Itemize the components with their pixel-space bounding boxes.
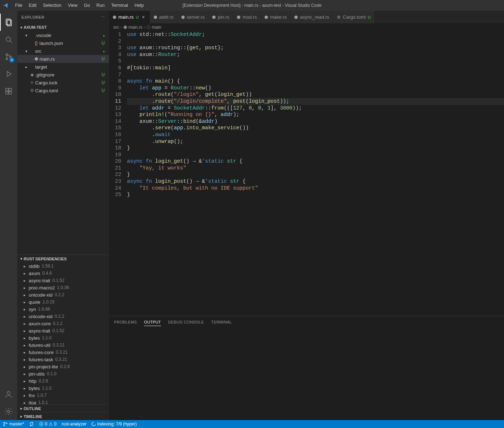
code-line-22[interactable]: } — [127, 171, 504, 178]
dep-syn[interactable]: ▸syn1.0.86 — [17, 306, 109, 313]
code[interactable]: use std::net::SocketAddr;use axum::routi… — [127, 31, 504, 316]
tab-Cargo.toml[interactable]: ⚙Cargo.tomlU — [333, 11, 375, 23]
project-section[interactable]: ▾AXUM-TEST — [17, 23, 109, 31]
file-launch.json[interactable]: {}launch.jsonU — [17, 39, 109, 47]
menu-file[interactable]: File — [12, 1, 25, 9]
lang-status[interactable]: rust-analyzer — [62, 422, 86, 427]
panel-tab-problems[interactable]: PROBLEMS — [114, 318, 137, 326]
code-line-9[interactable]: let app = Router::new() — [127, 85, 504, 92]
code-line-2[interactable] — [127, 38, 504, 45]
timeline-section[interactable]: ▸TIMELINE — [17, 412, 109, 420]
dep-fnv[interactable]: ▸fnv1.0.7 — [17, 392, 109, 399]
code-line-16[interactable]: .await — [127, 131, 504, 138]
menu-terminal[interactable]: Terminal — [108, 1, 131, 9]
file-icon: ⚙ — [29, 88, 35, 93]
code-line-8[interactable]: async fn main() { — [127, 78, 504, 85]
dep-bytes[interactable]: ▸bytes1.1.0 — [17, 334, 109, 341]
dep-futures-task[interactable]: ▸futures-task0.3.21 — [17, 356, 109, 363]
settings-icon[interactable] — [0, 403, 17, 420]
code-line-12[interactable]: let addr = SocketAddr::from(([127, 0, 0,… — [127, 105, 504, 112]
crumb-main[interactable]: ⬡main — [147, 25, 161, 30]
problems-status[interactable]: ⓧ0 ⚠0 — [39, 421, 56, 427]
tab-pin.rs[interactable]: ⬢pin.rs — [208, 11, 233, 23]
code-line-7[interactable] — [127, 71, 504, 78]
dep-unicode-xid[interactable]: ▸unicode-xid0.2.2 — [17, 291, 109, 298]
scm-icon[interactable]: 5 — [0, 48, 17, 65]
dep-axum-core[interactable]: ▸axum-core0.1.2 — [17, 320, 109, 327]
search-icon[interactable] — [0, 31, 17, 48]
dep-quote[interactable]: ▸quote1.0.15 — [17, 298, 109, 306]
tab-server.rs[interactable]: ⬢server.rs — [178, 11, 209, 23]
menu-selection[interactable]: Selection — [40, 1, 64, 9]
dep-futures-util[interactable]: ▸futures-util0.3.21 — [17, 341, 109, 349]
menu-edit[interactable]: Edit — [26, 1, 39, 9]
outline-section[interactable]: ▸OUTLINE — [17, 404, 109, 412]
panel-tab-debug-console[interactable]: DEBUG CONSOLE — [168, 318, 204, 326]
dep-http[interactable]: ▸http0.2.6 — [17, 377, 109, 385]
code-line-13[interactable]: println!("Running on {}", addr); — [127, 111, 504, 118]
code-line-21[interactable]: "Yay, it works" — [127, 165, 504, 172]
menu-view[interactable]: View — [65, 1, 80, 9]
close-icon[interactable]: × — [141, 14, 146, 20]
dep-pin-utils[interactable]: ▸pin-utils0.1.0 — [17, 370, 109, 377]
file-Cargo.toml[interactable]: ⚙Cargo.tomlU — [17, 87, 109, 94]
file-Cargo.lock[interactable]: ≡Cargo.lockU — [17, 79, 109, 87]
file-target[interactable]: ▸target — [17, 63, 109, 71]
editor[interactable]: 1234567891011121314151617181920212223242… — [109, 31, 504, 316]
code-line-18[interactable]: } — [127, 145, 504, 152]
code-line-20[interactable]: async fn login_get() → &'static str { — [127, 158, 504, 165]
file-.vscode[interactable]: ▾.vscode — [17, 31, 109, 39]
crumb-main.rs[interactable]: ⬢main.rs — [123, 25, 142, 30]
code-line-14[interactable]: axum::Server::bind(&addr) — [127, 118, 504, 125]
dep-async-trait[interactable]: ▸async-trait0.1.52 — [17, 327, 109, 334]
code-line-25[interactable]: } — [127, 191, 504, 198]
tab-make.rs[interactable]: ⬢make.rs — [261, 11, 291, 23]
code-line-3[interactable]: use axum::routing::{get, post}; — [127, 45, 504, 51]
code-line-6[interactable]: #[tokio::main] — [127, 65, 504, 71]
file-type-icon: ⬢ — [113, 15, 116, 20]
code-line-24[interactable]: "It compiles, but with no IDE support" — [127, 185, 504, 192]
code-line-23[interactable]: async fn login_post() → &'static str { — [127, 178, 504, 185]
breadcrumb[interactable]: src›⬢main.rs›⬡main — [109, 23, 504, 31]
code-line-1[interactable]: use std::net::SocketAddr; — [127, 31, 504, 38]
dep-async-trait[interactable]: ▸async-trait0.1.52 — [17, 277, 109, 284]
deps-section-header[interactable]: ▾RUST DEPENDENCIES — [17, 255, 109, 262]
branch-status[interactable]: master* — [3, 422, 24, 427]
extensions-icon[interactable] — [0, 83, 17, 100]
file-type-icon: ⬢ — [294, 15, 298, 20]
menu-run[interactable]: Run — [94, 1, 108, 9]
file-src[interactable]: ▾src — [17, 47, 109, 55]
file-main.rs[interactable]: ⬢main.rsU — [17, 55, 109, 63]
account-icon[interactable] — [0, 386, 17, 403]
explorer-icon[interactable] — [0, 14, 17, 31]
code-line-10[interactable]: .route("/login", get(login_get)) — [127, 91, 504, 98]
dep-futures-core[interactable]: ▸futures-core0.3.21 — [17, 349, 109, 356]
debug-icon[interactable] — [0, 65, 17, 83]
dep-pin-project-lite[interactable]: ▸pin-project-lite0.2.8 — [17, 363, 109, 370]
dep-unicode-xid[interactable]: ▸unicode-xid0.2.2 — [17, 313, 109, 320]
menu-help[interactable]: Help — [132, 1, 147, 9]
dep-bytes[interactable]: ▸bytes1.1.0 — [17, 385, 109, 392]
tab-main.rs[interactable]: ⬢main.rsU× — [109, 11, 150, 23]
code-line-4[interactable]: use axum::Router; — [127, 51, 504, 58]
dep-axum[interactable]: ▸axum0.4.6 — [17, 270, 109, 277]
tab-async_read.rs[interactable]: ⬢async_read.rs — [291, 11, 333, 23]
dep-itoa[interactable]: ▸itoa1.0.1 — [17, 399, 109, 404]
sync-status[interactable] — [29, 422, 34, 427]
tab-addr.rs[interactable]: ⬢addr.rs — [150, 11, 178, 23]
panel-tab-terminal[interactable]: TERMINAL — [211, 318, 232, 326]
file-.gitignore[interactable]: ◆.gitignoreU — [17, 71, 109, 79]
code-line-5[interactable] — [127, 58, 504, 65]
crumb-src[interactable]: src — [113, 25, 119, 30]
menu-go[interactable]: Go — [81, 1, 93, 9]
code-line-15[interactable]: .serve(app.into_make_service()) — [127, 125, 504, 131]
tab-mod.rs[interactable]: ⬢mod.rs — [233, 11, 261, 23]
code-line-11[interactable]: .route("/login/complete", post(login_pos… — [127, 98, 504, 105]
dep-proc-macro2[interactable]: ▸proc-macro21.0.36 — [17, 284, 109, 291]
indexing-status[interactable]: Indexing: 7/9 (hyper) — [91, 422, 137, 427]
more-icon[interactable]: ⋯ — [101, 15, 105, 19]
code-line-19[interactable] — [127, 152, 504, 158]
panel-tab-output[interactable]: OUTPUT — [144, 318, 161, 326]
code-line-17[interactable]: .unwrap(); — [127, 138, 504, 145]
dep-stdlib[interactable]: ▸stdlib1.58.1 — [17, 262, 109, 270]
